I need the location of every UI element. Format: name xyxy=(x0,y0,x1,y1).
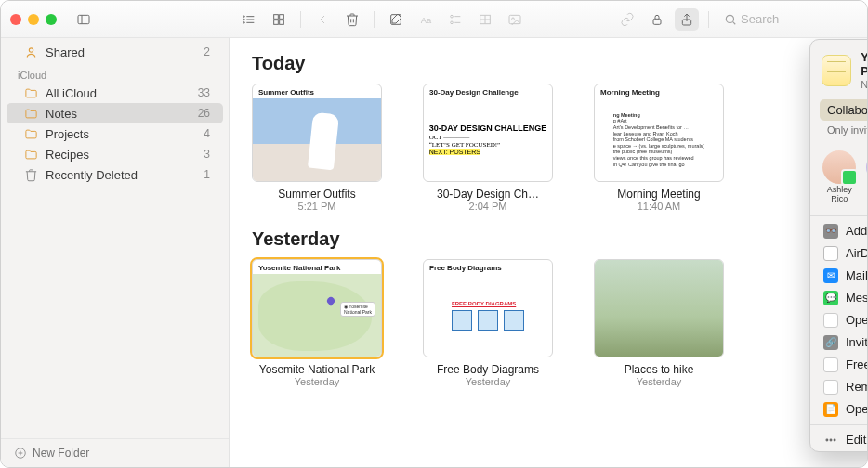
svg-point-32 xyxy=(830,439,832,441)
note-card[interactable]: Free Body DiagramsFREE BODY DIAGRAMSFree… xyxy=(423,259,553,387)
sidebar-item-label: Projects xyxy=(46,127,196,141)
checklist-button[interactable] xyxy=(443,8,467,31)
sidebar-item-recently-deleted[interactable]: Recently Deleted1 xyxy=(7,164,223,185)
link-note-button[interactable] xyxy=(615,8,639,31)
sidebar-item-label: Recently Deleted xyxy=(46,168,196,182)
grid-icon xyxy=(271,12,286,27)
view-list-button[interactable] xyxy=(237,8,261,31)
share-action-label: Invite with Link xyxy=(846,335,867,349)
media-button[interactable] xyxy=(503,8,527,31)
notes-app-icon xyxy=(822,55,851,86)
sidebar-item-projects[interactable]: Projects4 xyxy=(7,124,223,144)
svg-point-6 xyxy=(243,19,244,20)
format-button[interactable]: Aa xyxy=(414,8,438,31)
contact-name: AshleyRico xyxy=(820,186,859,204)
window-controls xyxy=(10,14,57,25)
share-action-read[interactable]: 👓Add to Reading List xyxy=(810,220,867,242)
sidebar-item-all-icloud[interactable]: All iCloud33 xyxy=(7,83,223,103)
share-contact[interactable]: JasmineGarcia xyxy=(863,150,867,204)
thumb-title: Morning Meeting xyxy=(595,84,723,98)
share-action-link[interactable]: 🔗Invite with Link xyxy=(810,332,867,354)
thumb-title: 30-Day Design Challenge xyxy=(424,84,552,98)
note-card[interactable]: Summer OutfitsSummer Outfits5:21 PM xyxy=(252,84,382,212)
note-title: Morning Meeting xyxy=(594,188,724,201)
new-note-button[interactable] xyxy=(384,8,408,31)
note-card[interactable]: Morning Meetingng Meetingg #ArtArt's Dev… xyxy=(594,84,724,212)
note-card[interactable]: Yosemite National Park◉ YosemiteNational… xyxy=(252,259,382,387)
view-gallery-button[interactable] xyxy=(267,8,291,31)
folder-icon xyxy=(23,147,38,162)
note-thumbnail: Free Body DiagramsFREE BODY DIAGRAMS xyxy=(423,259,553,358)
note-title: Summer Outfits xyxy=(252,188,382,201)
news-icon: N xyxy=(823,313,838,328)
sidebar-item-count: 26 xyxy=(198,107,210,120)
table-button[interactable] xyxy=(473,8,497,31)
sidebar-item-notes[interactable]: Notes26 xyxy=(7,103,223,124)
share-button[interactable] xyxy=(675,8,699,31)
plus-circle-icon xyxy=(14,447,27,460)
permission-text: Only invited people can edit. xyxy=(827,124,867,136)
note-card[interactable]: Places to hikeYesterday xyxy=(594,259,724,387)
trash-icon xyxy=(23,167,38,182)
share-action-label: Freeform xyxy=(846,358,867,371)
collaborate-mode-label: Collaborate xyxy=(827,103,867,117)
close-window-button[interactable] xyxy=(10,14,21,25)
compose-icon xyxy=(388,12,403,27)
edit-extensions-label: Edit Extensions… xyxy=(846,433,867,447)
zoom-window-button[interactable] xyxy=(46,14,57,25)
svg-rect-9 xyxy=(280,14,284,19)
share-icon xyxy=(679,12,694,27)
share-action-pages[interactable]: 📄Open in Pages xyxy=(810,398,867,421)
section-header: Today xyxy=(252,53,845,74)
sidebar-item-count: 1 xyxy=(204,168,210,181)
note-subtitle: 2:04 PM xyxy=(423,201,553,212)
search-field[interactable]: Search xyxy=(718,10,858,28)
note-subtitle: Yesterday xyxy=(594,376,724,387)
share-popover: Yosemite National Park Notes Collaborate… xyxy=(809,39,867,452)
notes-grid: Yosemite National Park◉ YosemiteNational… xyxy=(252,259,845,387)
back-button[interactable] xyxy=(310,8,335,31)
share-action-air[interactable]: ◎AirDrop xyxy=(810,242,867,265)
thumb-title: Summer Outfits xyxy=(253,84,381,98)
lock-note-button[interactable] xyxy=(645,8,669,31)
folder-icon xyxy=(23,85,38,100)
note-thumbnail: Summer Outfits xyxy=(252,84,382,182)
share-action-label: Open in Pages xyxy=(846,402,867,416)
toggle-sidebar-button[interactable] xyxy=(72,8,96,31)
table-icon xyxy=(478,12,493,27)
delete-note-button[interactable] xyxy=(340,8,364,31)
sidebar-item-recipes[interactable]: Recipes3 xyxy=(7,144,223,164)
sidebar-item-label: All iCloud xyxy=(46,86,191,100)
share-action-free[interactable]: ⬚Freeform xyxy=(810,354,867,376)
share-action-label: AirDrop xyxy=(846,246,867,260)
share-contact[interactable]: AshleyRico xyxy=(820,150,859,204)
share-action-mail[interactable]: ✉Mail xyxy=(810,265,867,287)
new-folder-button[interactable]: New Folder xyxy=(1,438,229,467)
note-thumbnail: Yosemite National Park◉ YosemiteNational… xyxy=(252,259,382,358)
titlebar: Aa Search xyxy=(1,1,867,38)
note-card[interactable]: 30-Day Design Challenge30-DAY DESIGN CHA… xyxy=(423,84,553,212)
collaborate-mode-selector[interactable]: Collaborate ▲▼ xyxy=(820,99,867,121)
thumb-art: 30-DAY DESIGN CHALLENGEOCT ————“LET’S GE… xyxy=(424,98,552,181)
share-action-rem[interactable]: ≡Reminders xyxy=(810,376,867,398)
chevron-left-icon xyxy=(315,12,330,27)
share-action-news[interactable]: NOpen in News xyxy=(810,309,867,332)
permission-row[interactable]: Only invited people can edit. › xyxy=(820,123,867,141)
share-people-row: AshleyRicoJasmineGarciaWillRicoRicoFamil… xyxy=(810,147,867,212)
link-icon: 🔗 xyxy=(823,335,838,350)
note-subtitle: Yesterday xyxy=(423,376,553,387)
note-title: Places to hike xyxy=(594,363,724,376)
share-action-msg[interactable]: 💬Messages xyxy=(810,287,867,309)
popover-note-title: Yosemite National Park xyxy=(861,51,867,79)
share-action-label: Mail xyxy=(846,268,867,282)
svg-point-27 xyxy=(29,47,33,51)
sidebar: Shared 2 iCloud All iCloud33Notes26Proje… xyxy=(1,38,230,467)
share-action-label: Open in News xyxy=(846,313,867,327)
sidebar-item-shared[interactable]: Shared 2 xyxy=(7,42,223,62)
thumb-art xyxy=(253,98,381,181)
section-header: Yesterday xyxy=(252,228,845,250)
note-title: Free Body Diagrams xyxy=(423,363,553,376)
edit-extensions-button[interactable]: Edit Extensions… xyxy=(810,429,867,451)
minimize-window-button[interactable] xyxy=(28,14,39,25)
svg-point-5 xyxy=(243,16,244,17)
